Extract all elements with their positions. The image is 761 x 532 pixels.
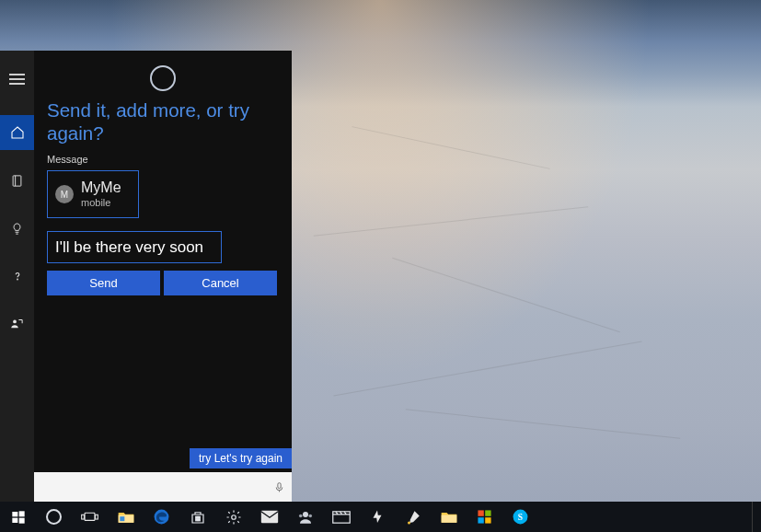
sidebar-item-home[interactable] bbox=[0, 115, 34, 150]
svg-rect-16 bbox=[198, 516, 200, 518]
svg-point-25 bbox=[408, 521, 410, 524]
svg-rect-11 bbox=[96, 515, 98, 519]
svg-point-19 bbox=[231, 515, 236, 519]
cancel-button[interactable]: Cancel bbox=[164, 271, 277, 295]
taskbar-mail-icon[interactable] bbox=[251, 502, 287, 532]
taskbar-settings-icon[interactable] bbox=[215, 502, 251, 532]
taskbar: S bbox=[0, 502, 761, 532]
svg-rect-20 bbox=[260, 511, 277, 523]
svg-rect-27 bbox=[478, 510, 483, 515]
hamburger-menu-icon[interactable] bbox=[0, 62, 34, 97]
taskbar-people-icon[interactable] bbox=[287, 502, 323, 532]
task-view-icon[interactable] bbox=[72, 502, 108, 532]
svg-rect-13 bbox=[120, 516, 124, 521]
message-input[interactable] bbox=[47, 231, 222, 263]
avatar: M bbox=[55, 185, 74, 203]
svg-text:S: S bbox=[518, 513, 523, 522]
search-input[interactable] bbox=[34, 472, 266, 502]
sidebar-item-tips[interactable] bbox=[0, 211, 34, 246]
svg-point-22 bbox=[298, 514, 302, 517]
svg-rect-17 bbox=[195, 518, 197, 520]
contact-name: MyMe bbox=[81, 180, 121, 196]
taskbar-movies-icon[interactable] bbox=[323, 502, 359, 532]
contact-card[interactable]: M MyMe mobile bbox=[47, 170, 139, 218]
send-button[interactable]: Send bbox=[47, 271, 160, 295]
cortana-search-box[interactable] bbox=[34, 472, 292, 502]
taskbar-skype-icon[interactable]: S bbox=[502, 502, 538, 532]
cortana-logo-icon bbox=[150, 65, 176, 91]
svg-rect-29 bbox=[478, 517, 483, 523]
svg-rect-30 bbox=[485, 517, 490, 523]
svg-rect-7 bbox=[12, 517, 17, 522]
taskbar-microsoft-icon[interactable] bbox=[467, 502, 502, 532]
message-label: Message bbox=[47, 154, 279, 165]
svg-point-3 bbox=[13, 319, 17, 323]
svg-rect-8 bbox=[18, 517, 24, 523]
microphone-icon[interactable] bbox=[266, 472, 292, 502]
svg-rect-0 bbox=[13, 175, 21, 185]
contact-type: mobile bbox=[81, 197, 121, 208]
sidebar-item-help[interactable] bbox=[0, 259, 34, 294]
cortana-panel: Send it, add more, or try again? Message… bbox=[34, 51, 292, 472]
svg-rect-4 bbox=[277, 482, 280, 488]
start-button[interactable] bbox=[0, 502, 36, 532]
taskbar-cortana-icon[interactable] bbox=[36, 502, 72, 532]
svg-rect-10 bbox=[82, 515, 85, 519]
svg-rect-5 bbox=[12, 512, 17, 516]
taskbar-edge-icon[interactable] bbox=[144, 502, 179, 532]
show-desktop-peek[interactable] bbox=[752, 502, 757, 532]
svg-rect-26 bbox=[441, 515, 456, 522]
system-tray bbox=[752, 502, 761, 532]
taskbar-store-icon[interactable] bbox=[179, 502, 215, 532]
taskbar-torch-icon[interactable] bbox=[359, 502, 395, 532]
cortana-sidebar bbox=[0, 51, 34, 502]
sidebar-item-notebook[interactable] bbox=[0, 163, 34, 198]
taskbar-paint-icon[interactable] bbox=[395, 502, 431, 532]
svg-point-23 bbox=[308, 514, 312, 517]
svg-rect-18 bbox=[198, 518, 200, 520]
svg-rect-6 bbox=[18, 511, 24, 516]
svg-point-2 bbox=[17, 279, 17, 280]
cortana-prompt-text: Send it, add more, or try again? bbox=[47, 98, 279, 145]
taskbar-file-explorer-icon[interactable] bbox=[108, 502, 144, 532]
svg-rect-9 bbox=[85, 513, 95, 520]
try-tip[interactable]: try Let's try again bbox=[190, 448, 292, 468]
svg-point-21 bbox=[303, 512, 308, 517]
taskbar-explorer2-icon[interactable] bbox=[431, 502, 467, 532]
svg-rect-28 bbox=[485, 510, 490, 515]
svg-rect-15 bbox=[195, 516, 197, 518]
sidebar-item-feedback[interactable] bbox=[0, 306, 34, 341]
